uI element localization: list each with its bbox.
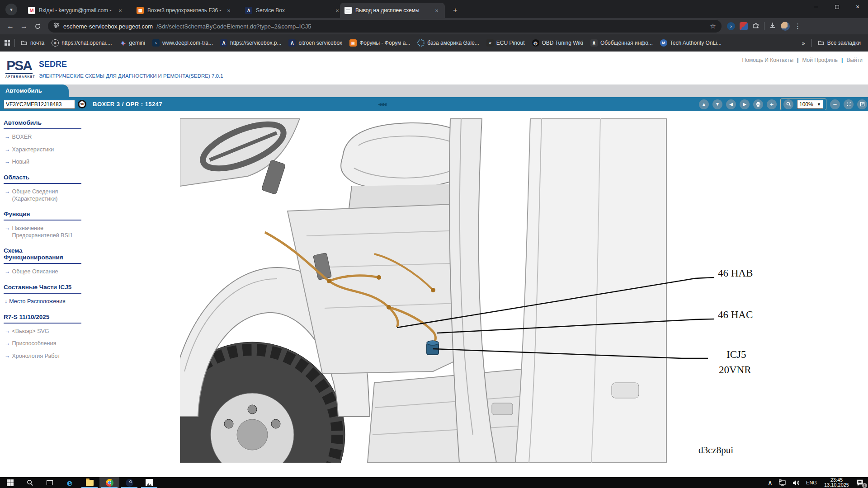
minimize-icon[interactable] (806, 0, 826, 14)
browser-tab-servicebox[interactable]: Λ Service Box × (241, 3, 345, 18)
taskbar-search-button[interactable] (20, 477, 40, 488)
taskbar-photos-button[interactable] (139, 477, 159, 488)
pan-left-icon[interactable]: ◀ (726, 99, 736, 109)
tab-close-icon[interactable]: × (117, 7, 124, 14)
tab-search-button[interactable]: ▾ (5, 4, 17, 15)
back-icon[interactable]: ← (4, 20, 17, 33)
folder-icon (20, 39, 28, 47)
browser-tab-gmail[interactable]: M Вхідні - kerygun@gmail.com - C × (24, 3, 128, 18)
url-host: escheme-servicebox.peugeot.com (63, 23, 153, 30)
browser-menu-icon[interactable]: ⋮ (794, 22, 801, 30)
bookmark-item[interactable]: Λhttps://servicebox.p... (217, 39, 285, 47)
task-view-button[interactable] (40, 477, 60, 488)
tab-close-icon[interactable]: × (433, 7, 440, 14)
forum-icon: ▤ (137, 7, 144, 14)
section-heading: R7-S 11/10/2025 (4, 314, 81, 324)
extensions-puzzle-icon[interactable] (752, 22, 760, 31)
open-external-icon[interactable] (857, 99, 867, 109)
address-bar[interactable]: escheme-servicebox.peugeot.com/Sdr/selec… (48, 20, 722, 33)
print-icon[interactable] (753, 99, 763, 109)
tab-vehicle[interactable]: Автомобиль (0, 84, 69, 97)
sidebar-section-release: R7-S 11/10/2025 →<Вьюэр> SVG →Приспособл… (4, 314, 81, 360)
new-tab-button[interactable]: + (449, 5, 461, 16)
vehicle-tab-strip: Автомобиль (0, 84, 868, 97)
sidebar-item-work-history[interactable]: →Хронология Работ (5, 353, 81, 360)
fit-screen-icon[interactable] (844, 99, 854, 109)
help-link[interactable]: Помощь И Контакты (742, 57, 793, 63)
forward-icon[interactable]: → (17, 20, 31, 33)
photos-icon (146, 479, 153, 486)
sidebar-item-boxer[interactable]: →BOXER (5, 134, 81, 141)
tray-chevron-icon[interactable]: ∧ (765, 477, 774, 488)
zoom-in-icon[interactable]: + (767, 99, 777, 109)
bookmark-item[interactable]: Λcitroen servicebox (285, 39, 346, 47)
bookmark-item[interactable]: ▤Форумы - Форум а... (346, 39, 414, 47)
collapse-panel-icon[interactable]: ◀◀◀ (378, 97, 386, 111)
clock-date: 13.10.2025 (824, 483, 849, 488)
sidebar-item-label: Приспособления (12, 340, 57, 347)
close-icon[interactable]: × (847, 0, 868, 14)
browser-tab-active[interactable]: Вывод на дисплее схемы × (340, 3, 445, 18)
bookmarks-overflow-icon[interactable]: » (797, 40, 810, 47)
door-sill (368, 369, 527, 463)
bookmark-item[interactable]: //ECU Pinout (483, 39, 528, 47)
taskbar-edge-button[interactable]: e (60, 477, 80, 488)
bookmark-item[interactable]: ◎OBD Tuning Wiki (528, 39, 587, 47)
divider (14, 39, 15, 47)
bookmark-item[interactable]: база америка Gale... (414, 39, 483, 47)
extension-icon[interactable] (740, 22, 748, 30)
reload-icon[interactable] (31, 20, 44, 33)
bookmark-item[interactable]: ≪Обобщённая инфо... (587, 39, 656, 47)
extension-icon[interactable]: › (727, 22, 735, 30)
bookmark-star-icon[interactable]: ☆ (706, 20, 720, 33)
taskbar-steam-button[interactable] (119, 477, 139, 488)
taskbar-chrome-button[interactable] (99, 477, 119, 488)
sidebar-item-label: <Вьюэр> SVG (12, 328, 49, 335)
ok-button[interactable]: OK (78, 100, 86, 108)
bookmark-label: Форумы - Форум а... (359, 40, 410, 46)
logout-link[interactable]: Выйти (846, 57, 863, 63)
volume-icon[interactable] (791, 477, 802, 488)
servicebox-icon: Λ (220, 39, 227, 47)
bookmark-item[interactable]: почта (17, 39, 48, 47)
profile-avatar[interactable] (781, 22, 790, 31)
pan-right-icon[interactable]: ▶ (740, 99, 750, 109)
tune-icon[interactable] (53, 22, 60, 30)
notification-center-button[interactable]: 1 (854, 477, 865, 488)
pan-up-icon[interactable]: ▲ (699, 99, 709, 109)
sidebar-item-tools[interactable]: →Приспособления (5, 340, 81, 347)
apps-grid-icon[interactable] (4, 40, 13, 46)
magnifier-icon[interactable] (783, 99, 793, 109)
start-button[interactable] (0, 477, 20, 488)
zoom-out-icon[interactable]: − (830, 99, 840, 109)
browser-tab-forum[interactable]: ▤ Boxer3 предохранитель F36 - F × (132, 3, 237, 18)
sidebar-item-svg-viewer[interactable]: →<Вьюэр> SVG (5, 328, 81, 335)
sidebar-item-general-description[interactable]: →Общее Описание (5, 268, 81, 276)
network-icon[interactable] (777, 477, 788, 488)
browser-toolbar: ← → escheme-servicebox.peugeot.com/Sdr/s… (0, 18, 868, 34)
globe-icon (417, 39, 425, 47)
sidebar-item-general-info[interactable]: →Общие Сведения (Характеристики) (5, 188, 81, 202)
zoom-select[interactable]: 100%▼ (797, 100, 823, 109)
bookmark-item[interactable]: ✳https://chat.openai.... (48, 39, 115, 47)
all-bookmarks-button[interactable]: Все закладки (814, 39, 864, 47)
maximize-icon[interactable] (826, 0, 847, 14)
profile-link[interactable]: Мой Профиль (802, 57, 838, 63)
bookmark-item[interactable]: ✦gemini (116, 39, 149, 47)
language-indicator[interactable]: ENG (804, 477, 819, 488)
sidebar-item-new[interactable]: →Новый (5, 159, 81, 166)
bookmark-item[interactable]: ›www.deepl.com-tra... (149, 39, 217, 47)
sidebar-item-characteristics[interactable]: →Характеристики (5, 146, 81, 154)
tab-close-icon[interactable]: × (225, 7, 232, 14)
taskbar-explorer-button[interactable] (80, 477, 99, 488)
page-title: SEDRE (39, 60, 67, 69)
vin-input[interactable] (4, 100, 75, 109)
sidebar-item-location[interactable]: ↓Место Расположения (5, 298, 81, 305)
pan-down-icon[interactable]: ▼ (712, 99, 722, 109)
bookmark-label: почта (30, 40, 44, 46)
sidebar-item-label: Общие Сведения (Характеристики) (12, 188, 82, 202)
bookmark-item[interactable]: MTech Authority OnLi... (656, 39, 725, 47)
taskbar-clock[interactable]: 23:45 13.10.2025 (821, 478, 852, 488)
download-icon[interactable] (769, 22, 776, 31)
sidebar-item-fuse-assignment[interactable]: →Назначение Предохранителей BSI1 (5, 225, 81, 239)
